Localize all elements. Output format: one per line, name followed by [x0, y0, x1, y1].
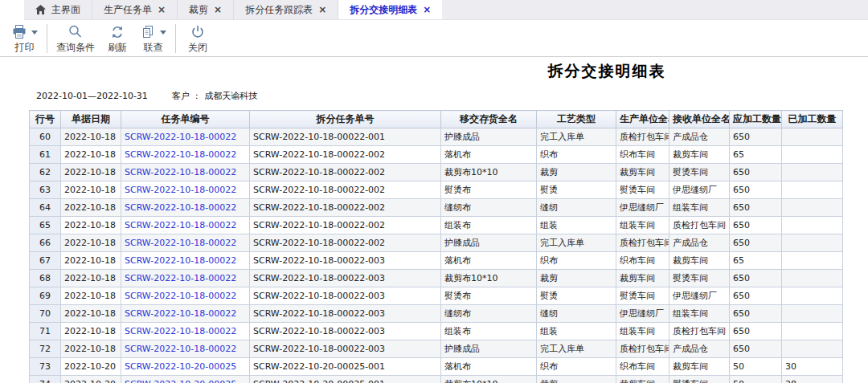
grid-row[interactable]: 71 2022-10-18 SCRW-2022-10-18-00022 SCRW… [30, 323, 843, 340]
row-number-cell: 67 [30, 252, 61, 270]
item-name-cell: 落机布 [441, 252, 537, 270]
receiver-unit-cell: 产成品仓 [669, 128, 730, 146]
split-task-no-cell: SCRW-2022-10-18-00022-002 [250, 164, 441, 181]
col-header-item-name[interactable]: 移交存货全名 [441, 111, 537, 128]
grid-row[interactable]: 60 2022-10-18 SCRW-2022-10-18-00022 SCRW… [30, 128, 843, 146]
grid-row[interactable]: 74 2022-10-20 SCRW-2022-10-20-00025 SCRW… [30, 376, 843, 383]
task-no-link[interactable]: SCRW-2022-10-18-00022 [125, 344, 236, 354]
refresh-button[interactable]: 刷新 [100, 23, 135, 53]
split-task-no-cell: SCRW-2022-10-18-00022-003 [250, 323, 441, 340]
task-no-cell: SCRW-2022-10-18-00022 [121, 164, 250, 181]
query-conditions-button[interactable]: 查询条件 [51, 23, 100, 53]
item-name-cell: 缝纫布 [441, 199, 537, 217]
task-no-link[interactable]: SCRW-2022-10-18-00022 [125, 132, 236, 142]
col-header-producer-unit[interactable]: 生产单位全名 [616, 111, 669, 128]
planned-qty-cell: 650 [730, 217, 782, 234]
task-no-link[interactable]: SCRW-2022-10-18-00022 [125, 291, 236, 301]
doc-date-cell: 2022-10-18 [61, 270, 121, 287]
tab-home[interactable]: 主界面 [24, 0, 92, 19]
item-name-cell: 落机布 [441, 358, 537, 376]
split-task-no-cell: SCRW-2022-10-20-00025-001 [250, 358, 441, 376]
task-no-cell: SCRW-2022-10-18-00022 [121, 181, 250, 199]
toolbar-separator [175, 24, 176, 53]
grid-row[interactable]: 62 2022-10-18 SCRW-2022-10-18-00022 SCRW… [30, 164, 843, 181]
task-no-link[interactable]: SCRW-2022-10-20-00025 [125, 379, 236, 383]
process-type-cell: 缝纫 [537, 199, 616, 217]
grid-row[interactable]: 66 2022-10-18 SCRW-2022-10-18-00022 SCRW… [30, 234, 843, 252]
col-header-split-task-no[interactable]: 拆分任务单号 [250, 111, 441, 128]
col-header-receiver-unit[interactable]: 接收单位全名 [669, 111, 730, 128]
done-qty-cell [782, 340, 843, 358]
row-number-cell: 69 [30, 287, 61, 305]
grid-row[interactable]: 61 2022-10-18 SCRW-2022-10-18-00022 SCRW… [30, 146, 843, 164]
process-type-cell: 织布 [537, 252, 616, 270]
receiver-unit-cell: 产成品仓 [669, 234, 730, 252]
col-header-done-qty[interactable]: 已加工数量 [782, 111, 843, 128]
grid-row[interactable]: 63 2022-10-18 SCRW-2022-10-18-00022 SCRW… [30, 181, 843, 199]
receiver-unit-cell: 伊思缝纫厂 [669, 181, 730, 199]
doc-date-cell: 2022-10-18 [61, 217, 121, 234]
task-no-cell: SCRW-2022-10-20-00025 [121, 358, 250, 376]
split-task-no-cell: SCRW-2022-10-18-00022-003 [250, 252, 441, 270]
receiver-unit-cell: 质检打包车间 [669, 323, 730, 340]
grid-row[interactable]: 65 2022-10-18 SCRW-2022-10-18-00022 SCRW… [30, 217, 843, 234]
process-type-cell: 完工入库单 [537, 340, 616, 358]
page-title: 拆分交接明细表 [548, 61, 666, 82]
task-no-link[interactable]: SCRW-2022-10-18-00022 [125, 167, 236, 177]
task-no-link[interactable]: SCRW-2022-10-18-00022 [125, 238, 236, 248]
grid-row[interactable]: 73 2022-10-20 SCRW-2022-10-20-00025 SCRW… [30, 358, 843, 376]
linked-query-dropdown-caret-icon[interactable] [160, 31, 166, 35]
tab-close-icon[interactable]: × [214, 5, 222, 14]
tab-close-icon[interactable]: × [318, 5, 326, 14]
linked-query-button[interactable]: 联查 [135, 23, 171, 53]
grid-row[interactable]: 64 2022-10-18 SCRW-2022-10-18-00022 SCRW… [30, 199, 843, 217]
planned-qty-cell: 650 [730, 164, 782, 181]
col-header-process-type[interactable]: 工艺类型 [537, 111, 616, 128]
grid-row[interactable]: 72 2022-10-18 SCRW-2022-10-18-00022 SCRW… [30, 340, 843, 358]
process-type-cell: 裁剪 [537, 270, 616, 287]
done-qty-cell [782, 146, 843, 164]
task-no-link[interactable]: SCRW-2022-10-18-00022 [125, 185, 236, 195]
task-no-link[interactable]: SCRW-2022-10-18-00022 [125, 149, 236, 160]
tab-close-icon[interactable]: × [423, 5, 431, 14]
col-header-task-no[interactable]: 任务单编号 [121, 111, 250, 128]
col-header-row-number[interactable]: 行号 [30, 111, 61, 128]
row-number-cell: 64 [30, 199, 61, 217]
task-no-link[interactable]: SCRW-2022-10-18-00022 [125, 255, 236, 266]
task-no-cell: SCRW-2022-10-18-00022 [121, 217, 250, 234]
task-no-link[interactable]: SCRW-2022-10-18-00022 [125, 220, 236, 230]
done-qty-cell [782, 252, 843, 270]
print-dropdown-caret-icon[interactable] [31, 31, 38, 35]
split-task-no-cell: SCRW-2022-10-18-00022-003 [250, 305, 441, 323]
printer-icon [11, 24, 27, 40]
tab-split-handover-detail[interactable]: 拆分交接明细表 × [338, 0, 442, 19]
producer-unit-cell: 组装车间 [616, 217, 669, 234]
process-type-cell: 裁剪 [537, 164, 616, 181]
done-qty-cell [782, 270, 843, 287]
close-button[interactable]: 关闭 [180, 23, 215, 53]
task-no-link[interactable]: SCRW-2022-10-18-00022 [125, 326, 236, 336]
planned-qty-cell: 650 [730, 305, 782, 323]
process-type-cell: 缝纫 [537, 305, 616, 323]
col-header-doc-date[interactable]: 单据日期 [61, 111, 121, 128]
task-no-link[interactable]: SCRW-2022-10-20-00025 [125, 361, 236, 372]
task-no-cell: SCRW-2022-10-18-00022 [121, 305, 250, 323]
tab-cutting[interactable]: 裁剪 × [178, 0, 234, 19]
task-no-link[interactable]: SCRW-2022-10-18-00022 [125, 273, 236, 283]
producer-unit-cell: 织布车间 [616, 252, 669, 270]
grid-row[interactable]: 70 2022-10-18 SCRW-2022-10-18-00022 SCRW… [30, 305, 843, 323]
grid-row[interactable]: 68 2022-10-18 SCRW-2022-10-18-00022 SCRW… [30, 270, 843, 287]
doc-date-cell: 2022-10-18 [61, 181, 121, 199]
task-no-link[interactable]: SCRW-2022-10-18-00022 [125, 308, 236, 319]
producer-unit-cell: 织布车间 [616, 146, 669, 164]
grid-row[interactable]: 69 2022-10-18 SCRW-2022-10-18-00022 SCRW… [30, 287, 843, 305]
doc-date-cell: 2022-10-18 [61, 164, 121, 181]
tab-production-task[interactable]: 生产任务单 × [92, 0, 178, 19]
grid-row[interactable]: 67 2022-10-18 SCRW-2022-10-18-00022 SCRW… [30, 252, 843, 270]
tab-split-task-tracking[interactable]: 拆分任务跟踪表 × [234, 0, 338, 19]
planned-qty-cell: 650 [730, 287, 782, 305]
tab-close-icon[interactable]: × [158, 5, 166, 14]
col-header-planned-qty[interactable]: 应加工数量 [730, 111, 782, 128]
print-button[interactable]: 打印 [6, 23, 43, 53]
task-no-link[interactable]: SCRW-2022-10-18-00022 [125, 202, 236, 213]
